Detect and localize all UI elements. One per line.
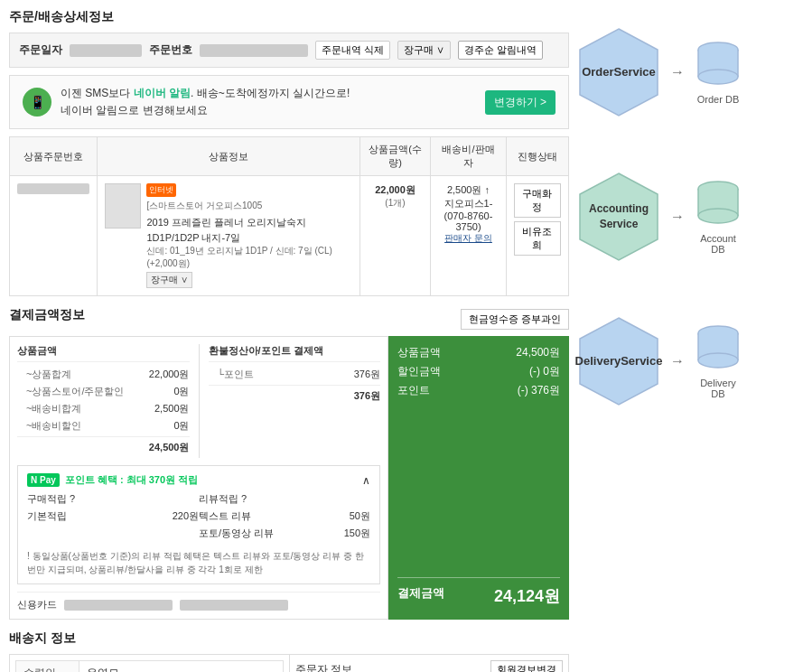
accounting-service-block: AccountingService → AccountDB bbox=[578, 172, 803, 262]
naver-text-suffix: . 배송~도착에정까지 실시간으로! bbox=[191, 87, 350, 99]
naver-change-btn[interactable]: 변경하기 > bbox=[485, 90, 556, 115]
discount-subtotal-label: ~상품스토어/주문할인 bbox=[17, 385, 124, 398]
order-service-label: OrderService bbox=[582, 64, 656, 80]
accounting-arrow: → bbox=[670, 209, 685, 225]
delivery-section: 배송지 정보 수령인 유영모 연락치 배송지 bbox=[9, 630, 569, 672]
svg-point-5 bbox=[698, 70, 738, 84]
col-shipping: 배송비/판매자 bbox=[431, 137, 506, 176]
purchase-label: 구매적립 ? bbox=[27, 492, 75, 506]
receiver-label: 수령인 bbox=[16, 661, 79, 672]
table-row: 인터넷 [스마트스토어 거오피스1005 2019 프레즐린 플레너 오리지날숙… bbox=[10, 176, 569, 296]
payment-summary: 상품금액 24,500원 할인금액 (-) 0원 포인트 (-) 376원 bbox=[388, 336, 569, 620]
price-cell: 22,000원 (1개) bbox=[359, 176, 431, 296]
delivery-service-block: DeliveryService → DeliveryDB bbox=[578, 316, 803, 406]
delivery-db-label: DeliveryDB bbox=[700, 378, 736, 399]
seller-phone: (070-8760-3750) bbox=[438, 210, 498, 232]
order-service-hex: OrderService bbox=[578, 27, 659, 117]
order-db-label: Order DB bbox=[697, 94, 739, 105]
copy-btn[interactable]: 경주순 알림내역 bbox=[458, 41, 543, 60]
card-detail-blur bbox=[180, 600, 288, 611]
product-table: 상품주문번호 상품정보 상품금액(수량) 배송비/판매자 진행상태 bbox=[9, 136, 569, 296]
product-price-title: 상품금액 bbox=[17, 344, 190, 362]
col-price: 상품금액(수량) bbox=[359, 137, 431, 176]
status-cell: 구매화정 비유조희 bbox=[506, 176, 568, 296]
card-row: 신용카드 bbox=[17, 592, 380, 611]
summary-product-val: 24,500원 bbox=[516, 345, 560, 360]
naver-icon: 📱 bbox=[23, 88, 51, 117]
payment-section-title: 결제금액정보 bbox=[9, 307, 85, 323]
point-title: 환불정산아/포인트 결제액 bbox=[209, 344, 381, 362]
receiver-row: 수령인 유영모 bbox=[16, 661, 284, 672]
accounting-service-label: AccountingService bbox=[589, 201, 649, 232]
order-db: Order DB bbox=[696, 41, 741, 105]
order-meta-bar: 주문일자 주문번호 주문내역 식제 장구매 ∨ 경주순 알림내역 bbox=[9, 33, 569, 68]
shipping-discount-val: 0원 bbox=[173, 419, 189, 433]
npay-section: N Pay 포인트 혜택 : 최대 370원 적립 ∧ 구매적립 ? 기본적립 bbox=[17, 465, 380, 584]
naver-notification-bar: 📱 이젠 SMS보다 네이버 알림. 배송~도착에정까지 실시간으로! 네이버 … bbox=[9, 75, 569, 129]
npay-title: 포인트 혜택 : 최대 370원 적립 bbox=[65, 473, 198, 487]
shipping-cell: 2,500원 ↑ 지오피스1- (070-8760-3750) 판매자 문의 bbox=[431, 176, 506, 296]
page-title: 주문/배송상세정보 bbox=[9, 9, 569, 25]
product-info-cell: 인터넷 [스마트스토어 거오피스1005 2019 프레즐린 플레너 오리지날숙… bbox=[98, 176, 360, 296]
order-info-label: 주문자 정보 bbox=[295, 662, 352, 672]
col-order-number: 상품주문번호 bbox=[10, 137, 98, 176]
shipping-label: ~배송비합계 bbox=[17, 402, 81, 415]
point-sub-val: 376원 bbox=[354, 368, 380, 381]
service-architecture: OrderService → Order DB Accounti bbox=[578, 9, 803, 672]
discount-subtotal-val: 0원 bbox=[173, 385, 189, 398]
order-arrow: → bbox=[670, 64, 685, 80]
basic-val: 220원 bbox=[173, 509, 199, 523]
text-review-label: 텍스트 리뷰 bbox=[199, 509, 251, 523]
naver-text: 이젠 SMS보다 네이버 알림. 배송~도착에정까지 실시간으로! 네이버 알림… bbox=[61, 85, 350, 119]
order-service-block: OrderService → Order DB bbox=[578, 27, 803, 117]
summary-point-label: 포인트 bbox=[397, 383, 430, 398]
seller-inquiry[interactable]: 판매자 문의 bbox=[438, 232, 498, 245]
summary-product-label: 상품금액 bbox=[397, 345, 441, 360]
delivery-table: 수령인 유영모 연락치 배송지 bbox=[15, 660, 284, 672]
point-total-val: 376원 bbox=[354, 389, 380, 403]
npay-logo: N Pay bbox=[27, 473, 60, 487]
confirm-purchase-btn[interactable]: 구매화정 bbox=[514, 183, 561, 218]
cash-receipt-btn[interactable]: 현금영수증 증부과인 bbox=[461, 309, 569, 330]
change-info-btn[interactable]: 회원경보변경 bbox=[490, 660, 563, 672]
accounting-service-hex: AccountingService bbox=[578, 172, 659, 262]
view-detail-btn[interactable]: 비유조희 bbox=[514, 221, 561, 256]
text-review-val: 50원 bbox=[350, 509, 370, 523]
product-price: 22,000원 bbox=[368, 183, 424, 197]
npay-toggle-btn[interactable]: ∧ bbox=[362, 474, 370, 487]
photo-video-val: 150원 bbox=[344, 527, 370, 540]
delivery-service-hex: DeliveryService bbox=[578, 316, 659, 406]
payment-section: 결제금액정보 현금영수증 증부과인 상품금액 ~상품합계 22,000원 bbox=[9, 307, 569, 620]
option-tag[interactable]: 장구매 ∨ bbox=[146, 272, 192, 288]
seller-name: 지오피스1- bbox=[438, 197, 498, 210]
delivery-arrow: → bbox=[670, 353, 685, 369]
number-label: 주문번호 bbox=[149, 42, 192, 58]
cart-btn[interactable]: 장구매 ∨ bbox=[397, 41, 451, 60]
date-label: 주문일자 bbox=[19, 42, 62, 58]
review-label: 리뷰적립 ? bbox=[199, 492, 247, 506]
view-order-btn[interactable]: 주문내역 식제 bbox=[315, 41, 390, 60]
number-value bbox=[200, 44, 308, 57]
product-detail: 신데: 01_19년 오리지날 1D1P / 신데: 7일 (CL) (+2,0… bbox=[146, 245, 351, 270]
naver-text-prefix: 이젠 SMS보다 bbox=[61, 87, 134, 99]
grand-total-val: 24,500원 bbox=[149, 441, 190, 454]
svg-point-17 bbox=[698, 353, 738, 368]
npay-note: ! 동일상품(상품번호 기준)의 리뷰 적립 혜택은 텍스트 리뷰와 포토/동영… bbox=[27, 549, 370, 576]
product-thumbnail bbox=[105, 183, 141, 229]
card-label: 신용카드 bbox=[17, 598, 57, 611]
order-number-blur bbox=[17, 183, 89, 194]
photo-video-label: 포토/동영상 리뷰 bbox=[199, 527, 274, 540]
product-qty: (1개) bbox=[368, 197, 424, 210]
svg-point-11 bbox=[698, 209, 738, 223]
product-badge: 인터넷 bbox=[146, 183, 176, 197]
total-label: 결제금액 bbox=[397, 585, 444, 607]
product-name: 2019 프레즐린 플레너 오리지날숙지 1D1P/1D2P 내지-7일 bbox=[146, 215, 351, 245]
product-store[interactable]: [스마트스토어 거오피스1005 bbox=[146, 200, 351, 212]
delivery-service-label: DeliveryService bbox=[575, 353, 663, 369]
accounting-db: AccountDB bbox=[696, 180, 741, 255]
summary-point-val: (-) 376원 bbox=[518, 383, 560, 398]
total-val: 24,124원 bbox=[494, 585, 560, 607]
shipping-val: 2,500원 bbox=[154, 402, 190, 415]
order-number-cell bbox=[10, 176, 98, 296]
naver-brand: 네이버 알림 bbox=[134, 87, 191, 99]
